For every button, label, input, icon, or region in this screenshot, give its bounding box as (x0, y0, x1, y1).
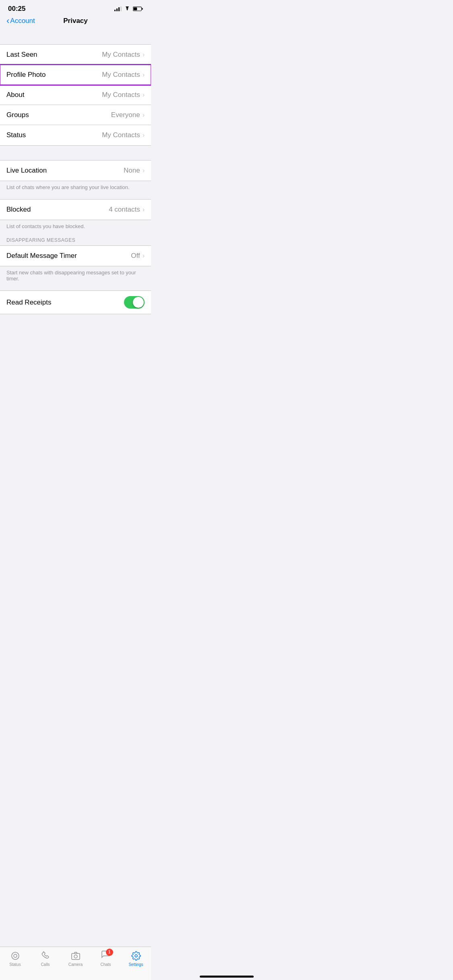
back-chevron-icon: ‹ (6, 16, 9, 25)
live-location-description: List of chats where you are sharing your… (0, 181, 151, 195)
status-bar: 00:25 (0, 0, 151, 14)
blocked-description: List of contacts you have blocked. (0, 220, 151, 234)
read-receipts-toggle[interactable] (124, 296, 145, 309)
groups-label: Groups (6, 111, 29, 119)
signal-icon (114, 6, 122, 11)
read-receipts-row[interactable]: Read Receipts (0, 291, 151, 314)
groups-chevron-icon: › (143, 111, 145, 119)
section-gap-top (0, 30, 151, 44)
last-seen-value: My Contacts (102, 51, 140, 59)
read-receipts-toggle-container[interactable] (124, 296, 145, 309)
last-seen-row[interactable]: Last Seen My Contacts › (0, 45, 151, 65)
nav-bar: ‹ Account Privacy (0, 14, 151, 30)
about-label: About (6, 91, 24, 99)
groups-value-container: Everyone › (111, 111, 145, 119)
disappearing-messages-header: DISAPPEARING MESSAGES (0, 234, 151, 245)
live-location-row[interactable]: Live Location None › (0, 161, 151, 181)
live-location-label: Live Location (6, 167, 47, 175)
status-privacy-label: Status (6, 131, 26, 139)
blocked-label: Blocked (6, 206, 31, 214)
status-privacy-value-container: My Contacts › (102, 131, 145, 139)
profile-photo-value-container: My Contacts › (102, 71, 145, 79)
privacy-section: Last Seen My Contacts › Profile Photo My… (0, 44, 151, 146)
section-gap-3 (0, 195, 151, 199)
default-message-timer-value: Off (131, 252, 140, 260)
blocked-value-container: 4 contacts › (109, 206, 145, 214)
about-row[interactable]: About My Contacts › (0, 85, 151, 105)
blocked-chevron-icon: › (143, 206, 145, 213)
page-title: Privacy (63, 17, 88, 25)
default-message-timer-value-container: Off › (131, 252, 145, 260)
status-privacy-row[interactable]: Status My Contacts › (0, 125, 151, 145)
profile-photo-label: Profile Photo (6, 71, 46, 79)
blocked-value: 4 contacts (109, 206, 140, 214)
about-value-container: My Contacts › (102, 91, 145, 99)
status-privacy-value: My Contacts (102, 131, 140, 139)
last-seen-value-container: My Contacts › (102, 51, 145, 59)
read-receipts-section: Read Receipts (0, 290, 151, 314)
profile-photo-row[interactable]: Profile Photo My Contacts › (0, 65, 151, 85)
default-message-timer-label: Default Message Timer (6, 252, 77, 260)
profile-photo-value: My Contacts (102, 71, 140, 79)
toggle-knob (133, 297, 144, 308)
live-location-value: None (124, 167, 140, 175)
back-button[interactable]: ‹ Account (6, 16, 35, 25)
live-location-value-container: None › (124, 167, 145, 175)
last-seen-label: Last Seen (6, 51, 37, 59)
default-message-timer-row[interactable]: Default Message Timer Off › (0, 246, 151, 266)
last-seen-chevron-icon: › (143, 51, 145, 58)
status-icons (114, 6, 143, 11)
disappearing-messages-section: Default Message Timer Off › (0, 245, 151, 266)
section-gap-4 (0, 286, 151, 290)
blocked-section: Blocked 4 contacts › (0, 199, 151, 220)
disappearing-description: Start new chats with disappearing messag… (0, 266, 151, 286)
default-message-timer-chevron-icon: › (143, 252, 145, 259)
live-location-chevron-icon: › (143, 167, 145, 174)
live-location-section: Live Location None › (0, 160, 151, 181)
read-receipts-label: Read Receipts (6, 299, 52, 307)
section-gap-2 (0, 146, 151, 160)
wifi-icon (124, 6, 130, 11)
svg-rect-2 (133, 7, 137, 10)
about-chevron-icon: › (143, 91, 145, 99)
back-label: Account (10, 17, 35, 25)
battery-icon (133, 6, 143, 11)
about-value: My Contacts (102, 91, 140, 99)
groups-row[interactable]: Groups Everyone › (0, 105, 151, 125)
status-privacy-chevron-icon: › (143, 132, 145, 139)
profile-photo-chevron-icon: › (143, 71, 145, 78)
blocked-row[interactable]: Blocked 4 contacts › (0, 200, 151, 220)
svg-rect-1 (142, 8, 143, 10)
status-time: 00:25 (8, 5, 25, 13)
groups-value: Everyone (111, 111, 140, 119)
